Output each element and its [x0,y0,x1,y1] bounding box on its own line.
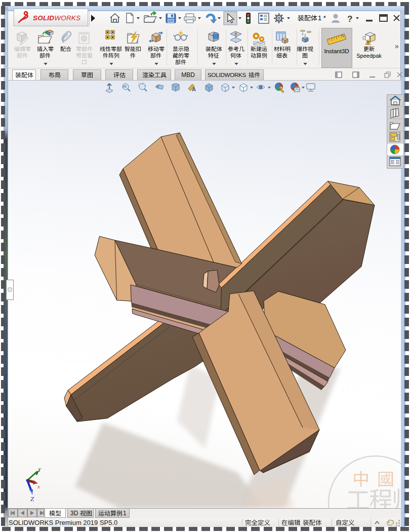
svg-text:Y: Y [38,467,42,473]
svg-text:Z: Z [30,495,34,503]
svg-text:x: x [37,483,40,489]
svg-text:A: A [192,86,196,92]
